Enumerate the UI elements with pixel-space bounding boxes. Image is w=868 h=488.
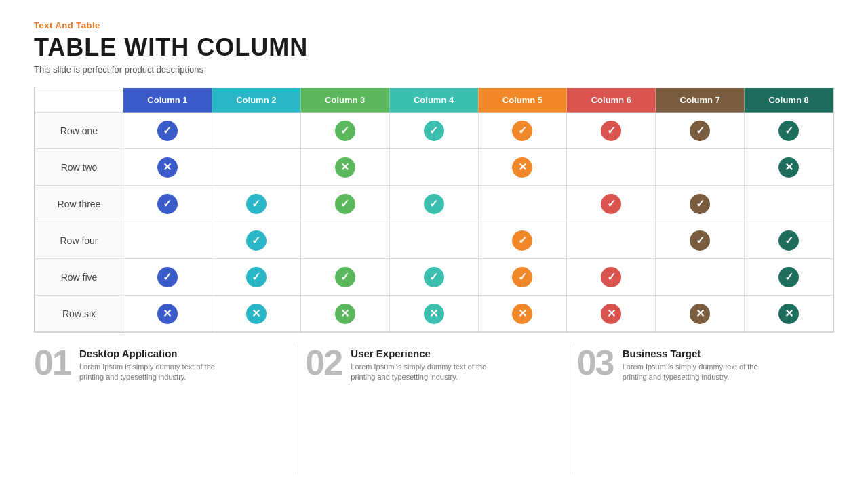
col-header-1: Column 1	[123, 88, 212, 113]
subtitle: Text And Table	[34, 20, 834, 30]
check-icon: ✓	[512, 230, 532, 251]
cell-r5-c7	[656, 259, 745, 296]
footer-text-block-3: Business TargetLorem Ipsum is simply dum…	[623, 345, 758, 383]
cell-r1-c3: ✓	[300, 113, 389, 149]
cross-icon: ✕	[512, 157, 532, 178]
cell-r3-c4: ✓	[389, 186, 478, 222]
row-label-6: Row six	[35, 296, 123, 332]
cell-r3-c3: ✓	[300, 186, 389, 222]
cell-r4-c3	[300, 222, 389, 259]
cell-r3-c8	[745, 186, 833, 222]
cross-icon: ✕	[246, 304, 267, 324]
cell-r1-c8: ✓	[745, 113, 833, 149]
footer-item-3: 03Business TargetLorem Ipsum is simply d…	[577, 345, 834, 383]
footer-number-1: 01	[34, 345, 71, 380]
main-table: Column 1Column 2Column 3Column 4Column 5…	[35, 87, 833, 332]
check-icon: ✓	[601, 194, 621, 214]
footer-text-block-2: User ExperienceLorem Ipsum is simply dum…	[351, 345, 486, 383]
footer-divider	[298, 345, 298, 474]
cell-r5-c3: ✓	[300, 259, 389, 296]
check-icon: ✓	[778, 121, 799, 141]
cross-icon: ✕	[335, 304, 355, 324]
cell-r5-c8: ✓	[745, 259, 833, 296]
footer-heading-2: User Experience	[351, 348, 486, 359]
empty-header	[35, 88, 123, 113]
cell-r3-c5	[478, 186, 567, 222]
check-icon: ✓	[424, 121, 444, 141]
check-icon: ✓	[157, 194, 178, 214]
check-icon: ✓	[512, 267, 532, 287]
row-label-1: Row one	[35, 113, 123, 149]
title: TABLE WITH COLUMN	[34, 33, 834, 62]
cell-r2-c4	[389, 149, 478, 186]
check-icon: ✓	[335, 121, 355, 141]
row-label-5: Row five	[35, 259, 123, 296]
check-icon: ✓	[335, 267, 355, 287]
row-label-3: Row three	[35, 186, 123, 222]
table-row: Row five✓✓✓✓✓✓✓	[35, 259, 833, 296]
col-header-5: Column 5	[478, 88, 567, 113]
footer-number-2: 02	[305, 345, 342, 380]
cell-r2-c6	[567, 149, 656, 186]
table-row: Row two✕✕✕✕	[35, 149, 833, 186]
cell-r1-c4: ✓	[389, 113, 478, 149]
cell-r4-c7: ✓	[656, 222, 745, 259]
cell-r6-c7: ✕	[656, 296, 745, 332]
cell-r6-c2: ✕	[212, 296, 300, 332]
cross-icon: ✕	[778, 157, 799, 178]
check-icon: ✓	[335, 194, 355, 214]
cross-icon: ✕	[157, 304, 178, 324]
cross-icon: ✕	[512, 304, 532, 324]
cell-r6-c3: ✕	[300, 296, 389, 332]
check-icon: ✓	[601, 267, 621, 287]
cell-r6-c4: ✕	[389, 296, 478, 332]
col-header-2: Column 2	[212, 88, 300, 113]
description: This slide is perfect for product descri…	[34, 64, 834, 75]
cell-r4-c4	[389, 222, 478, 259]
cell-r2-c2	[212, 149, 300, 186]
col-header-3: Column 3	[300, 88, 389, 113]
row-label-4: Row four	[35, 222, 123, 259]
cell-r2-c7	[656, 149, 745, 186]
cross-icon: ✕	[778, 304, 799, 324]
footer-heading-3: Business Target	[623, 348, 758, 359]
footer-heading-1: Desktop Application	[79, 348, 215, 359]
cell-r1-c5: ✓	[478, 113, 567, 149]
table-row: Row three✓✓✓✓✓✓	[35, 186, 833, 222]
check-icon: ✓	[690, 230, 710, 251]
check-icon: ✓	[246, 194, 267, 214]
cell-r4-c6	[567, 222, 656, 259]
footer-text-block-1: Desktop ApplicationLorem Ipsum is simply…	[79, 345, 215, 383]
cell-r5-c2: ✓	[212, 259, 300, 296]
check-icon: ✓	[424, 267, 444, 287]
table-row: Row six✕✕✕✕✕✕✕✕	[35, 296, 833, 332]
check-icon: ✓	[690, 121, 710, 141]
footer-divider	[570, 345, 570, 474]
cell-r1-c6: ✓	[567, 113, 656, 149]
cell-r6-c8: ✕	[745, 296, 833, 332]
cross-icon: ✕	[335, 157, 355, 178]
table-row: Row four✓✓✓✓	[35, 222, 833, 259]
footer: 01Desktop ApplicationLorem Ipsum is simp…	[34, 345, 834, 474]
check-icon: ✓	[157, 267, 178, 287]
check-icon: ✓	[778, 267, 799, 287]
cell-r3-c2: ✓	[212, 186, 300, 222]
cell-r1-c1: ✓	[123, 113, 212, 149]
cell-r5-c4: ✓	[389, 259, 478, 296]
cell-r5-c1: ✓	[123, 259, 212, 296]
footer-body-1: Lorem Ipsum is simply dummy text of the …	[79, 362, 215, 383]
cell-r4-c2: ✓	[212, 222, 300, 259]
table-row: Row one✓✓✓✓✓✓✓	[35, 113, 833, 149]
check-icon: ✓	[778, 230, 799, 251]
check-icon: ✓	[690, 194, 710, 214]
cell-r6-c1: ✕	[123, 296, 212, 332]
cell-r3-c6: ✓	[567, 186, 656, 222]
cell-r5-c6: ✓	[567, 259, 656, 296]
check-icon: ✓	[512, 121, 532, 141]
cell-r6-c6: ✕	[567, 296, 656, 332]
footer-body-3: Lorem Ipsum is simply dummy text of the …	[623, 362, 758, 383]
cross-icon: ✕	[690, 304, 710, 324]
cell-r2-c3: ✕	[300, 149, 389, 186]
check-icon: ✓	[157, 121, 178, 141]
cell-r3-c7: ✓	[656, 186, 745, 222]
